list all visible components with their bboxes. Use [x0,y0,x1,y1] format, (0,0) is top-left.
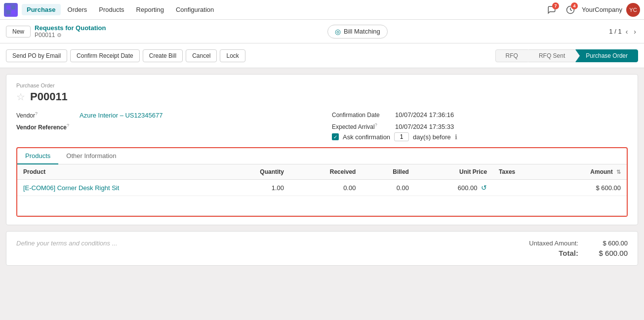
pagination-text: 1 / 1 [609,28,621,35]
nav-item-orders[interactable]: Orders [63,4,92,15]
bill-matching-label: Bill Matching [344,28,380,35]
status-steps: RFQ RFQ Sent Purchase Order [495,49,638,62]
nav-item-reporting[interactable]: Reporting [131,4,169,15]
ask-confirmation-label: Ask confirmation [343,133,390,141]
untaxed-value: $ 600.00 [588,240,628,247]
col-billed: Billed [362,164,414,180]
col-amount: Amount ⇅ [546,164,627,180]
send-po-email-button[interactable]: Send PO by Email [6,49,67,62]
svg-rect-2 [6,10,10,14]
form-fields: Vendor? Azure Interior – US12345677 Vend… [16,111,628,141]
expected-arrival-label: Expected Arrival? [332,122,391,130]
untaxed-row: Untaxed Amount: $ 600.00 [529,240,628,247]
user-avatar[interactable]: YC [626,3,640,17]
nav-item-configuration[interactable]: Configuration [171,4,219,15]
breadcrumb-id: P00011 ⚙ [35,32,106,39]
bill-matching-button[interactable]: ◎ Bill Matching [327,25,388,39]
totals: Untaxed Amount: $ 600.00 Total: $ 600.00 [529,240,628,257]
activities-button[interactable]: 4 [563,2,578,17]
main-content: Purchase Order ☆ P00011 Vendor? Azure In… [0,68,644,320]
product-link[interactable]: [E-COM06] Corner Desk Right Sit [23,184,119,192]
total-row: Total: $ 600.00 [529,249,628,257]
breadcrumb-parent[interactable]: Requests for Quotation [35,24,106,32]
step-purchase-order[interactable]: Purchase Order [575,49,638,62]
record-id: P00011 [35,32,55,39]
user-name[interactable]: YourCompany [582,6,622,13]
untaxed-label: Untaxed Amount: [529,240,578,247]
reset-price-icon[interactable]: ↺ [481,184,487,192]
step-rfq-sent[interactable]: RFQ Sent [528,49,575,62]
table-row: [E-COM06] Corner Desk Right Sit 1.00 0.0… [17,180,627,196]
breadcrumb: Requests for Quotation P00011 ⚙ [35,24,106,39]
po-title-row: ☆ P00011 [16,90,628,103]
confirmation-date-value[interactable]: 10/07/2024 17:36:16 [395,111,454,119]
ask-confirmation-checkbox[interactable] [332,133,339,140]
products-table: Product Quantity Received Billed Unit Pr… [17,164,627,216]
vendor-value[interactable]: Azure Interior – US12345677 [80,112,162,119]
info-icon[interactable]: ℹ [455,133,457,141]
activities-badge: 4 [571,2,578,9]
messages-badge: 7 [552,2,559,9]
nav-item-purchase[interactable]: Purchase [22,4,61,15]
breadcrumb-left: New Requests for Quotation P00011 ⚙ [6,24,106,39]
col-unit-price: Unit Price [415,164,493,180]
confirmation-date-row: Confirmation Date 10/07/2024 17:36:16 [332,111,628,119]
svg-rect-0 [6,5,10,9]
messages-button[interactable]: 7 [544,2,559,17]
date-field-group: Confirmation Date 10/07/2024 17:36:16 Ex… [332,111,628,141]
col-received: Received [290,164,362,180]
cell-product: [E-COM06] Corner Desk Right Sit [17,180,222,196]
col-quantity: Quantity [222,164,290,180]
tab-other-information[interactable]: Other Information [58,148,124,164]
create-bill-button[interactable]: Create Bill [143,49,183,62]
vendor-ref-row: Vendor Reference? [16,123,312,131]
nav-menu: Purchase Orders Products Reporting Confi… [22,4,544,15]
lock-button[interactable]: Lock [220,49,245,62]
top-navigation: Purchase Orders Products Reporting Confi… [0,0,644,20]
favorite-star-icon[interactable]: ☆ [16,91,25,103]
confirmation-days-input[interactable] [394,132,409,141]
cell-taxes[interactable] [493,180,546,196]
tabs-section: Products Other Information Product Quant… [16,147,628,217]
settings-icon[interactable]: ⚙ [57,32,62,39]
total-label: Total: [559,249,578,257]
confirmation-date-label: Confirmation Date [332,112,391,119]
record-type-label: Purchase Order [16,82,628,88]
po-title: P00011 [30,90,68,103]
tab-products[interactable]: Products [17,148,58,164]
pagination: 1 / 1 ‹ › [609,27,638,37]
breadcrumb-row: New Requests for Quotation P00011 ⚙ ◎ Bi… [0,20,644,43]
table-body: [E-COM06] Corner Desk Right Sit 1.00 0.0… [17,180,627,216]
cell-quantity[interactable]: 1.00 [222,180,290,196]
form-card: Purchase Order ☆ P00011 Vendor? Azure In… [6,74,638,225]
vendor-field-group: Vendor? Azure Interior – US12345677 Vend… [16,111,312,141]
cancel-button[interactable]: Cancel [186,49,217,62]
table-header: Product Quantity Received Billed Unit Pr… [17,164,627,180]
action-row: Send PO by Email Confirm Receipt Date Cr… [0,43,644,68]
cell-unit-price: 600.00 ↺ [415,180,493,196]
footer-section: Define your terms and conditions ... Unt… [6,231,638,266]
ask-confirmation-row: Ask confirmation day(s) before ℹ [332,132,628,141]
vendor-ref-label: Vendor Reference? [16,123,76,131]
prev-button[interactable]: ‹ [624,27,630,37]
confirm-receipt-button[interactable]: Confirm Receipt Date [70,49,140,62]
app-logo [4,3,18,17]
cell-amount: $ 600.00 [546,180,627,196]
vendor-row: Vendor? Azure Interior – US12345677 [16,111,312,119]
sort-icon[interactable]: ⇅ [616,169,621,175]
col-taxes: Taxes [493,164,546,180]
terms-input[interactable]: Define your terms and conditions ... [16,240,118,247]
step-rfq[interactable]: RFQ [495,49,528,62]
empty-row [17,196,627,216]
expected-arrival-row: Expected Arrival? 10/07/2024 17:35:33 [332,122,628,130]
nav-item-products[interactable]: Products [94,4,129,15]
new-button[interactable]: New [6,26,31,38]
days-before-label: day(s) before [413,133,451,141]
next-button[interactable]: › [632,27,638,37]
nav-right: 7 4 YourCompany YC [544,2,640,17]
bill-matching-icon: ◎ [335,28,341,36]
svg-rect-3 [11,10,15,14]
col-product: Product [17,164,222,180]
vendor-label: Vendor? [16,111,76,119]
expected-arrival-value[interactable]: 10/07/2024 17:35:33 [395,123,454,130]
